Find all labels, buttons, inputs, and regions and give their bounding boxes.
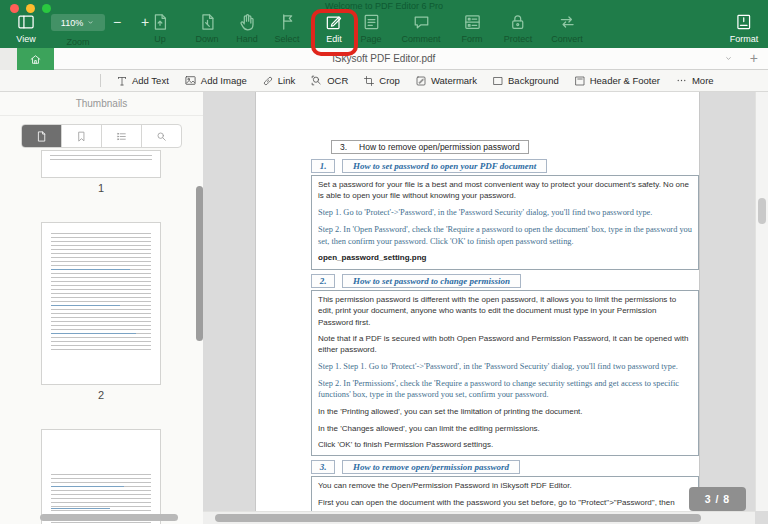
horizontal-scrollbar-handle[interactable] <box>215 514 701 522</box>
select-flag-icon <box>277 11 297 32</box>
search-icon <box>155 130 168 143</box>
edit-tools-bar: Add Text Add Image Link OCR Crop Waterma… <box>0 70 768 92</box>
thumbnail-number-1: 1 <box>41 182 161 194</box>
background-button[interactable]: Background <box>492 75 559 87</box>
link-chain-icon <box>262 75 274 87</box>
view-panel-icon <box>16 11 36 32</box>
thumbnail-page-2[interactable] <box>41 222 161 385</box>
crop-button[interactable]: Crop <box>363 75 400 87</box>
page-thumbnail-icon <box>35 130 48 143</box>
format-panel-button[interactable]: Format <box>730 11 759 44</box>
section-1-body: Set a password for your file is a best a… <box>311 175 699 270</box>
document-tab[interactable]: iSkysoft PDF Editor.pdf <box>0 48 768 70</box>
add-text-icon <box>116 75 128 87</box>
tab-search[interactable] <box>142 125 181 147</box>
vertical-scrollbar-handle[interactable] <box>758 198 766 224</box>
section-3-header: 3. How to remove open/permission passwor… <box>311 460 699 474</box>
tab-bar: iSkysoft PDF Editor.pdf + <box>0 48 768 70</box>
tab-thumbnails[interactable] <box>22 125 62 147</box>
page-down-button[interactable]: Down <box>195 11 218 44</box>
document-viewer: 3.How to remove open/permission password… <box>203 92 768 524</box>
page-number-badge: 3 / 8 <box>689 487 746 511</box>
select-tool-button[interactable]: Select <box>274 11 299 44</box>
thumbnail-page-1[interactable] <box>41 150 161 178</box>
zoom-group-label: Zoom <box>66 37 89 47</box>
section-2-body: This permission password is different wi… <box>311 290 699 457</box>
comment-mode-button[interactable]: Comment <box>401 11 440 44</box>
ocr-magnifier-icon <box>310 74 323 87</box>
window-title: Welcome to PDF Editor 6 Pro <box>0 1 768 11</box>
sidebar-panel-title: Thumbnails <box>0 92 203 116</box>
convert-mode-button[interactable]: Convert <box>551 11 583 44</box>
format-panel-icon <box>734 11 754 32</box>
zoom-out-button[interactable]: − <box>113 13 121 31</box>
comment-bubble-icon <box>411 11 431 32</box>
sidebar-view-switcher <box>21 124 182 148</box>
header-footer-icon <box>574 75 586 87</box>
page-up-icon <box>150 11 170 32</box>
page-icon <box>361 11 381 32</box>
section-1-header: 1. How to set password to open your PDF … <box>311 159 699 173</box>
thumbnails-sidebar: Thumbnails 1 2 <box>0 92 203 524</box>
more-tools-button[interactable]: More <box>675 74 714 87</box>
page-down-icon <box>197 11 217 32</box>
thumbnail-number-2: 2 <box>41 389 161 401</box>
hand-icon <box>237 11 257 32</box>
add-image-button[interactable]: Add Image <box>184 74 247 87</box>
zoom-in-button[interactable]: + <box>141 13 149 31</box>
zoom-level-dropdown[interactable]: 110% <box>51 14 105 31</box>
content-area: Thumbnails 1 2 <box>0 92 768 524</box>
document-horizontal-scrollbar[interactable] <box>203 511 755 524</box>
header-footer-button[interactable]: Header & Footer <box>574 75 660 87</box>
convert-arrows-icon <box>557 11 577 32</box>
watermark-icon <box>415 75 427 87</box>
chevron-down-icon <box>86 18 95 27</box>
sidebar-vertical-scrollbar[interactable] <box>196 186 203 341</box>
thumbnail-page-3[interactable] <box>41 429 161 524</box>
pdf-page-content: 3.How to remove open/permission password… <box>311 136 699 524</box>
lock-icon <box>508 11 528 32</box>
background-rect-icon <box>492 75 504 87</box>
protect-mode-button[interactable]: Protect <box>504 11 533 44</box>
tab-list-chevron-icon[interactable] <box>723 53 734 64</box>
document-vertical-scrollbar[interactable] <box>755 92 768 511</box>
more-ellipsis-icon <box>675 74 688 87</box>
doc-heading: 3.How to remove open/permission password <box>331 140 529 154</box>
edit-pencil-icon <box>324 11 344 32</box>
link-button[interactable]: Link <box>262 75 295 87</box>
hand-tool-button[interactable]: Hand <box>236 11 258 44</box>
image-icon <box>184 74 197 87</box>
main-toolbar: Welcome to PDF Editor 6 Pro View 110% Zo… <box>0 0 768 48</box>
edit-mode-button[interactable]: Edit <box>324 11 344 44</box>
zoom-value: 110% <box>61 18 83 28</box>
sidebar-horizontal-scrollbar[interactable] <box>40 514 178 521</box>
crop-icon <box>363 75 375 87</box>
divider <box>100 74 101 87</box>
tab-annotations[interactable] <box>102 125 142 147</box>
form-mode-button[interactable]: Form <box>462 11 483 44</box>
app-window: Welcome to PDF Editor 6 Pro View 110% Zo… <box>0 0 768 524</box>
bookmark-icon <box>75 130 88 143</box>
form-icon <box>462 11 482 32</box>
list-icon <box>115 130 128 143</box>
page-mode-button[interactable]: Page <box>360 11 381 44</box>
pdf-page[interactable]: 3.How to remove open/permission password… <box>255 92 700 524</box>
section-2-header: 2. How to set password to change permiss… <box>311 274 699 288</box>
thumbnail-text-lines <box>50 155 152 163</box>
new-tab-button[interactable]: + <box>750 48 758 70</box>
ocr-button[interactable]: OCR <box>310 74 348 87</box>
page-up-button[interactable]: Up <box>150 11 170 44</box>
view-button[interactable]: View <box>16 11 36 44</box>
tab-bookmarks[interactable] <box>62 125 102 147</box>
watermark-button[interactable]: Watermark <box>415 75 477 87</box>
add-text-button[interactable]: Add Text <box>116 75 169 87</box>
